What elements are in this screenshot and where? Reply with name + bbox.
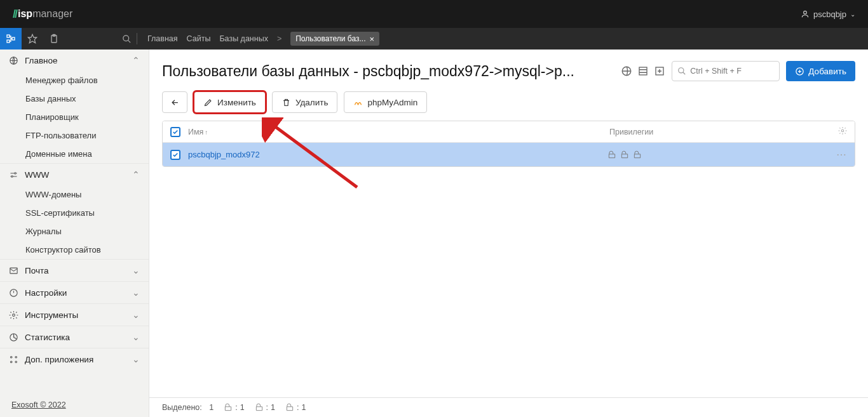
sidebar-group-www: WWW ⌃ WWW-домены SSL-сертификаты Журналы…: [0, 163, 149, 259]
phpmyadmin-button-label: phpMyAdmin: [367, 98, 417, 107]
chevron-down-icon: ⌄: [132, 288, 140, 298]
nav-bar: Главная Сайты Базы данных > Пользователи…: [0, 28, 868, 50]
clipboard-icon: [49, 34, 59, 44]
delete-button[interactable]: Удалить: [272, 91, 338, 113]
logo-slashes-icon: //: [13, 8, 17, 21]
pie-icon: [9, 333, 18, 342]
lock-icon: [224, 403, 233, 412]
svg-point-0: [804, 11, 807, 14]
breadcrumb-db[interactable]: Базы данных: [219, 34, 268, 43]
sidebar-item-databases[interactable]: Базы данных: [0, 89, 149, 108]
sidebar-item-wwwdomains[interactable]: WWW-домены: [0, 185, 149, 204]
search-icon: [677, 67, 686, 76]
svg-point-13: [13, 314, 15, 316]
sidebar-head-stats[interactable]: Статистика ⌄: [0, 326, 149, 348]
sidebar-item-scheduler[interactable]: Планировщик: [0, 108, 149, 126]
sidebar-head-apps[interactable]: Доп. приложения ⌄: [0, 348, 149, 370]
svg-point-10: [11, 175, 13, 177]
sidebar-item-ftpusers[interactable]: FTP-пользователи: [0, 126, 149, 145]
status-count-3: :1: [285, 403, 306, 412]
sidebar-label: Почта: [25, 266, 49, 275]
gear-icon: [9, 310, 18, 320]
sidebar-item-filemanager[interactable]: Менеджер файлов: [0, 71, 149, 89]
sidebar-label: Инструменты: [25, 310, 78, 320]
apps-icon: [9, 355, 18, 364]
sidebar-item-ssl[interactable]: SSL-сертификаты: [0, 204, 149, 222]
globe-icon: [9, 56, 18, 65]
column-header-privileges[interactable]: Привилегии: [609, 128, 838, 136]
export-action-icon[interactable]: [654, 65, 665, 77]
back-button[interactable]: [162, 91, 187, 113]
data-table: Имя↑ Привилегии pscbqbjp_modx972 ⋯: [162, 121, 855, 167]
select-all-checkbox[interactable]: [170, 127, 180, 137]
globe-action-icon[interactable]: [621, 65, 632, 77]
list-action-icon[interactable]: [637, 65, 649, 77]
nav-clipboard-button[interactable]: [43, 28, 65, 50]
svg-point-17: [11, 361, 13, 363]
search-input[interactable]: [690, 67, 774, 76]
row-name[interactable]: pscbqbjp_modx972: [188, 150, 607, 159]
phpmyadmin-button[interactable]: phpMyAdmin: [344, 91, 427, 113]
svg-point-18: [15, 361, 17, 363]
search-icon[interactable]: [122, 34, 132, 44]
lock-icon: [255, 403, 264, 412]
search-box[interactable]: [672, 61, 780, 81]
sidebar-group-apps: Доп. приложения ⌄: [0, 348, 149, 370]
sidebar-item-sitebuilder[interactable]: Конструктор сайтов: [0, 241, 149, 259]
sidebar-label: Статистика: [25, 333, 70, 342]
lock-icon: [285, 403, 294, 412]
sidebar-item-domains[interactable]: Доменные имена: [0, 145, 149, 163]
sidebar-group-settings: Настройки ⌄: [0, 281, 149, 303]
sidebar-group-main: Главное ⌃ Менеджер файлов Базы данных Пл…: [0, 50, 149, 163]
sidebar-label: Доп. приложения: [25, 355, 93, 364]
sidebar-head-www[interactable]: WWW ⌃: [0, 164, 149, 185]
top-header: // ispmanager pscbqbjp ⌄: [0, 0, 868, 28]
chevron-down-icon: ⌄: [850, 11, 855, 18]
nav-favorites-button[interactable]: [22, 28, 43, 50]
breadcrumbs: Главная Сайты Базы данных > Пользователи…: [147, 32, 379, 46]
sidebar-footer-link[interactable]: Exosoft © 2022: [0, 393, 149, 417]
main-panel: Пользователи базы данных - pscbqbjp_modx…: [149, 50, 868, 417]
table-settings-icon[interactable]: [838, 126, 847, 137]
edit-button[interactable]: Изменить: [194, 91, 266, 113]
breadcrumb-home[interactable]: Главная: [147, 34, 178, 43]
nav-tree-button[interactable]: [0, 28, 22, 50]
pencil-icon: [203, 98, 213, 107]
breadcrumb-active-tab[interactable]: Пользователи баз... ×: [290, 32, 379, 46]
sidebar-head-settings[interactable]: Настройки ⌄: [0, 282, 149, 303]
power-icon: [9, 288, 18, 298]
toolbar: Изменить Удалить phpMyAdmin: [149, 88, 868, 121]
chevron-up-icon: ⌃: [132, 169, 140, 180]
table-row[interactable]: pscbqbjp_modx972 ⋯: [163, 143, 855, 166]
sort-ascending-icon: ↑: [205, 129, 208, 136]
svg-rect-1: [7, 35, 10, 37]
row-privileges: [607, 150, 836, 159]
nav-icons: [0, 28, 65, 50]
svg-point-16: [15, 356, 17, 358]
column-header-name[interactable]: Имя↑: [188, 128, 609, 136]
privilege-icon: [607, 150, 616, 159]
chevron-down-icon: ⌄: [132, 332, 140, 342]
sidebar-head-main[interactable]: Главное ⌃: [0, 50, 149, 71]
edit-button-label: Изменить: [217, 98, 256, 107]
page-title: Пользователи базы данных - pscbqbjp_modx…: [162, 63, 614, 80]
status-count-2: :1: [255, 403, 275, 412]
chevron-up-icon: ⌃: [132, 55, 140, 65]
tree-icon: [6, 34, 16, 44]
row-checkbox[interactable]: [170, 150, 180, 160]
user-menu[interactable]: pscbqbjp ⌄: [801, 10, 855, 19]
add-button[interactable]: Добавить: [786, 61, 855, 81]
sliders-icon: [9, 170, 18, 180]
sidebar-head-mail[interactable]: Почта ⌄: [0, 260, 149, 281]
add-button-label: Добавить: [808, 67, 846, 76]
page-header: Пользователи базы данных - pscbqbjp_modx…: [149, 50, 868, 88]
sidebar-head-tools[interactable]: Инструменты ⌄: [0, 304, 149, 326]
sidebar-label: Настройки: [25, 288, 67, 298]
sidebar-item-logs[interactable]: Журналы: [0, 222, 149, 241]
sidebar-group-mail: Почта ⌄: [0, 259, 149, 281]
nav-search-zone: [122, 33, 142, 44]
breadcrumb-sites[interactable]: Сайты: [187, 34, 211, 43]
close-icon[interactable]: ×: [370, 35, 375, 43]
privilege-icon: [620, 150, 629, 159]
row-menu-icon[interactable]: ⋯: [836, 149, 847, 161]
